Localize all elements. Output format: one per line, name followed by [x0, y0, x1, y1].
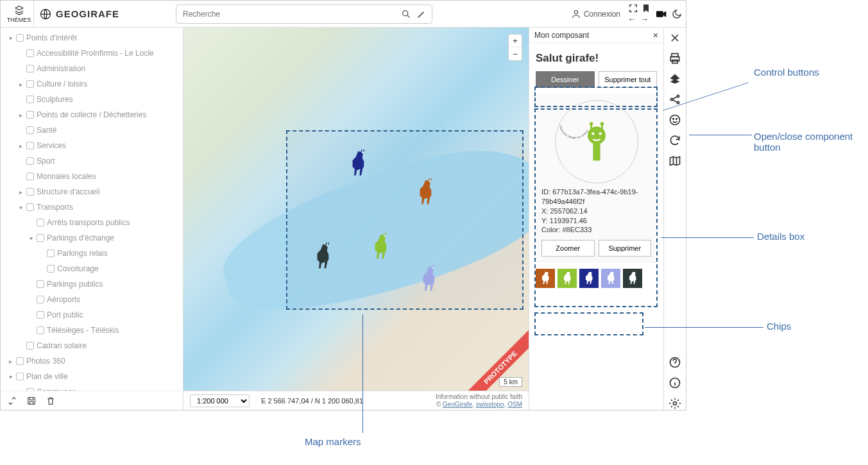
tree-row[interactable]: Cadran solaire	[3, 338, 180, 353]
tree-row[interactable]: Parkings publics	[3, 276, 180, 292]
tree-checkbox[interactable]	[26, 80, 34, 88]
attrib-link-2[interactable]: OSM	[507, 401, 522, 408]
map-marker[interactable]	[414, 178, 436, 207]
tree-checkbox[interactable]	[37, 326, 44, 334]
tree-row[interactable]: Monnaies locales	[3, 169, 180, 184]
tree-checkbox[interactable]	[37, 234, 44, 242]
map[interactable]: + − PROTOTYPE 5 km 1:200 000 E 2 566 747…	[183, 28, 529, 410]
tree-row[interactable]: Télésièges - Téléskis	[3, 323, 180, 338]
layer-tree[interactable]: ▾Points d'intérêtAccessibilité ProInfirm…	[1, 28, 183, 391]
tree-row[interactable]: Santé	[3, 123, 180, 138]
tree-checkbox[interactable]	[26, 65, 34, 72]
tree-row[interactable]: ▸Points de collecte / Déchetteries	[3, 107, 180, 123]
tree-row[interactable]: Arrêts transports publics	[3, 215, 180, 230]
tree-checkbox[interactable]	[26, 203, 34, 211]
tree-checkbox[interactable]	[16, 373, 24, 380]
tree-row[interactable]: ▾Parkings d'échange	[3, 230, 180, 246]
bookmark-icon[interactable]	[641, 3, 651, 13]
zoom-in-button[interactable]: +	[509, 35, 522, 47]
attrib-link-1[interactable]: swisstopo	[476, 401, 504, 408]
tree-twisty-icon[interactable]: ▾	[7, 35, 13, 42]
tree-row[interactable]: ▸Culture / loisirs	[3, 76, 180, 92]
info-icon[interactable]	[668, 376, 681, 389]
fullscreen-icon[interactable]	[628, 3, 638, 13]
map-icon[interactable]	[668, 155, 681, 167]
layers-icon[interactable]	[668, 72, 681, 85]
refresh-icon[interactable]	[668, 134, 681, 147]
map-marker[interactable]	[312, 242, 334, 271]
svg-point-11	[327, 245, 328, 246]
map-marker[interactable]	[418, 265, 439, 293]
tree-row[interactable]: ▾Points d'intérêt	[3, 30, 180, 46]
close-icon[interactable]: ×	[653, 30, 658, 40]
tree-twisty-icon[interactable]: ▸	[17, 142, 24, 149]
video-icon[interactable]	[656, 9, 667, 19]
tree-row[interactable]: ▸Photos 360	[3, 353, 180, 369]
tree-twisty-icon[interactable]: ▸	[17, 81, 24, 88]
map-marker[interactable]	[370, 233, 391, 261]
clear-all-button[interactable]: Supprimer tout	[599, 71, 658, 88]
tree-checkbox[interactable]	[16, 357, 24, 365]
tree-checkbox[interactable]	[47, 249, 55, 257]
moon-icon[interactable]	[672, 9, 682, 19]
tree-checkbox[interactable]	[26, 173, 34, 180]
tree-row[interactable]: Covoiturage	[3, 261, 180, 276]
tree-checkbox[interactable]	[26, 111, 34, 119]
tree-checkbox[interactable]	[26, 188, 34, 196]
tree-row[interactable]: Sculptures	[3, 92, 180, 107]
help-icon[interactable]	[668, 356, 681, 369]
save-icon[interactable]	[26, 396, 37, 406]
tree-checkbox[interactable]	[26, 49, 34, 57]
tools-icon[interactable]	[668, 31, 681, 44]
tree-checkbox[interactable]	[26, 342, 34, 350]
tree-row[interactable]: Aéroports	[3, 292, 180, 307]
tree-row[interactable]: ▸Services	[3, 138, 180, 153]
tree-twisty-icon[interactable]: ▸	[17, 189, 24, 196]
component-icon[interactable]	[668, 114, 681, 126]
themes-button[interactable]: THÈMES	[4, 1, 34, 28]
settings-icon[interactable]	[668, 397, 681, 410]
tree-checkbox[interactable]	[26, 96, 34, 103]
tree-row[interactable]: Accessibilité ProInfirmis - Le Locle	[3, 46, 180, 61]
tree-row[interactable]: Administration	[3, 61, 180, 76]
tree-checkbox[interactable]	[37, 280, 44, 288]
tree-checkbox[interactable]	[26, 126, 34, 134]
attrib-link-0[interactable]: GeoGirafe	[443, 401, 472, 408]
login-button[interactable]: Connexion	[571, 9, 620, 19]
pencil-icon[interactable]	[416, 9, 427, 19]
back-icon[interactable]: ←	[628, 15, 638, 25]
tree-checkbox[interactable]	[47, 265, 55, 273]
tree-row[interactable]: Parkings relais	[3, 246, 180, 261]
zoom-out-button[interactable]: −	[509, 47, 522, 60]
forward-icon[interactable]: →	[641, 15, 651, 25]
trash-icon[interactable]	[46, 396, 56, 406]
tree-row[interactable]: Communes	[3, 384, 180, 391]
print-icon[interactable]	[668, 52, 681, 65]
search-box[interactable]	[176, 4, 432, 24]
tree-checkbox[interactable]	[37, 219, 44, 226]
tree-twisty-icon[interactable]: ▸	[7, 358, 13, 365]
tree-label: Arrêts transports publics	[47, 218, 130, 227]
search-icon[interactable]	[401, 9, 411, 19]
tree-row[interactable]: ▾Transports	[3, 199, 180, 215]
tree-checkbox[interactable]	[26, 157, 34, 165]
draw-button[interactable]: Dessiner	[536, 71, 595, 88]
tree-row[interactable]: ▾Plan de ville	[3, 369, 180, 384]
tree-checkbox[interactable]	[37, 311, 44, 319]
tree-checkbox[interactable]	[37, 296, 44, 303]
tree-twisty-icon[interactable]: ▾	[7, 373, 13, 380]
tree-twisty-icon[interactable]: ▾	[28, 235, 34, 242]
tree-row[interactable]: Sport	[3, 153, 180, 169]
search-input[interactable]	[182, 9, 396, 19]
tree-checkbox[interactable]	[16, 34, 24, 42]
tree-twisty-icon[interactable]: ▾	[17, 204, 24, 211]
expand-icon[interactable]	[7, 396, 17, 406]
tree-checkbox[interactable]	[26, 142, 34, 149]
svg-rect-18	[432, 265, 432, 267]
scale-select[interactable]: 1:200 000	[190, 394, 250, 407]
tree-row[interactable]: Port public	[3, 307, 180, 323]
tree-twisty-icon[interactable]: ▸	[17, 112, 24, 119]
tree-row[interactable]: ▸Structure d'accueil	[3, 184, 180, 199]
svg-point-8	[429, 181, 430, 182]
map-marker[interactable]	[347, 149, 369, 178]
